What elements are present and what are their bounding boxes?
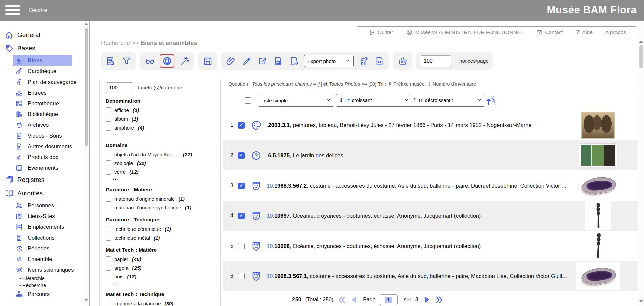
result-thumbnail-slipper[interactable] [576, 262, 620, 290]
facet-checkbox[interactable] [106, 301, 111, 306]
facet-checkbox[interactable] [106, 235, 111, 241]
utility-link[interactable]: ?Aide [576, 28, 593, 36]
result-row-thumbnail[interactable] [573, 201, 623, 230]
basket-icon[interactable] [397, 55, 408, 67]
sidebar-item-ev-nements[interactable]: Evènements [0, 162, 83, 173]
sidebar-item-vid-os-sons[interactable]: Vidéos - Sons [0, 130, 83, 141]
result-row-text[interactable]: .6.5.1975, Le jardin des délices [267, 152, 573, 159]
result-row-checkbox[interactable] [238, 213, 245, 219]
sidebar-item-autorit-s[interactable]: Autorités [0, 187, 83, 200]
filter-icon[interactable] [121, 55, 132, 67]
sidebar-item-hi-rarchie[interactable]: - Hiérarchie [0, 275, 83, 282]
result-thumbnail-triptych[interactable] [579, 144, 617, 167]
facet-more-link[interactable]: ... [106, 132, 214, 137]
sidebar-item-produits-doc[interactable]: Produits doc. [0, 152, 83, 162]
facet-checkbox[interactable] [106, 196, 111, 202]
result-row-text[interactable]: 10.1968.3.567.1, costume - accessoires d… [267, 273, 573, 279]
utility-link[interactable]: A propos [605, 29, 626, 35]
sidebar-item-ensemble[interactable]: Ensemble [0, 254, 83, 264]
previous-page-icon[interactable] [350, 295, 359, 304]
sort-numeric-icon[interactable]: 321 [484, 95, 496, 106]
facet-count-input[interactable] [106, 82, 133, 93]
facet-checkbox[interactable] [106, 274, 111, 279]
utility-link[interactable]: Musée v4 ADMINISTRATEUR FONCTIONNEL [406, 29, 523, 36]
result-row-checkbox[interactable] [238, 243, 245, 249]
sidebar-item-entr-es[interactable]: Entrées [0, 87, 83, 98]
facet-checkbox[interactable] [106, 152, 111, 157]
result-row-checkbox[interactable] [238, 273, 245, 279]
facet-checkbox[interactable] [106, 116, 111, 122]
sidebar-item-emplacements[interactable]: Emplacements [0, 221, 83, 232]
facet-checkbox[interactable] [106, 160, 111, 166]
result-row-text[interactable]: 10.1968.3.567.2, costume - accessoires d… [267, 183, 573, 189]
breadcrumb[interactable]: Recherche >> Biens et ensembles [101, 40, 197, 47]
facet-more-link[interactable]: ... [106, 281, 214, 286]
window-scrollbar[interactable] [638, 21, 644, 306]
export-photo-select[interactable]: Export photo [304, 55, 354, 67]
last-page-icon[interactable] [435, 295, 444, 304]
sidebar-scroll-down-icon[interactable] [84, 299, 88, 301]
external-link-icon[interactable] [257, 55, 268, 67]
facet-checkbox[interactable] [106, 226, 111, 232]
sidebar-item-plan-de-sauvegarde[interactable]: Plan de sauvegarde [0, 76, 83, 87]
result-row-checkbox[interactable] [238, 152, 245, 159]
result-row-thumbnail[interactable] [573, 172, 623, 199]
sidebar-item-recherche[interactable]: - Recherche [0, 282, 83, 289]
re-export-icon[interactable]: Re [358, 55, 369, 67]
window-scroll-up-icon[interactable] [639, 40, 643, 43]
result-row-text[interactable]: .2003.3.1, peintures, tableau, Benoit-Lé… [267, 122, 573, 129]
first-page-icon[interactable] [337, 295, 346, 304]
save-icon[interactable] [202, 55, 213, 67]
page-number-input[interactable]: 1 [380, 294, 398, 305]
sidebar-item-autres-documents[interactable]: Autres documents [0, 141, 83, 152]
sidebar-item-g-n-ral[interactable]: Général [0, 28, 83, 42]
result-row-thumbnail[interactable] [573, 112, 623, 139]
facet-checkbox[interactable] [106, 125, 111, 131]
pencil-icon[interactable] [241, 55, 252, 67]
magic-wand-icon[interactable] [179, 55, 190, 67]
sidebar-item-registres[interactable]: Registres [0, 173, 83, 187]
sidebar-item-caroth-que[interactable]: Carothèque [0, 66, 83, 76]
facet-checkbox[interactable] [106, 169, 111, 175]
sidebar-item-noms-scientifiques[interactable]: Noms scientifiques [0, 264, 83, 275]
facet-checkbox[interactable] [106, 265, 111, 271]
paperclip-icon[interactable] [225, 55, 236, 67]
window-scroll-thumb[interactable] [639, 45, 643, 68]
notices-per-page-input[interactable] [420, 55, 451, 67]
sidebar-item-parcours[interactable]: Parcours [0, 289, 83, 299]
result-row-text[interactable]: 10.10698, Océanie, croyances - coutumes,… [267, 243, 573, 249]
globe-icon[interactable] [161, 55, 173, 67]
hamburger-menu-icon[interactable] [5, 5, 20, 15]
sidebar-item-biblioth-que[interactable]: Bibliothèque [0, 109, 83, 119]
result-thumbnail-stilt[interactable] [585, 201, 611, 230]
sidebar-item-lieux-sites[interactable]: Lieux-Sites [0, 211, 83, 221]
facet-more-link[interactable]: ... [106, 176, 214, 182]
list-search-icon[interactable] [105, 55, 116, 67]
sidebar-scrollbar[interactable] [84, 21, 89, 306]
xml-document-icon[interactable] [374, 55, 385, 67]
window-scroll-down-icon[interactable] [639, 300, 643, 303]
facet-checkbox[interactable] [106, 205, 111, 210]
utility-link[interactable]: Contact [536, 29, 563, 36]
sidebar-item-p-riodes[interactable]: Périodes [0, 243, 83, 254]
sidebar-item-biens[interactable]: ♞Biens [13, 55, 72, 66]
document-export-icon[interactable] [288, 55, 300, 67]
sidebar-scroll-thumb[interactable] [85, 28, 88, 146]
result-row-checkbox[interactable] [238, 122, 245, 129]
result-row-thumbnail[interactable] [573, 232, 623, 260]
glasses-icon[interactable] [144, 55, 155, 67]
sidebar-scroll-up-icon[interactable] [84, 23, 88, 26]
facet-checkbox[interactable] [106, 256, 111, 262]
document-print-icon[interactable] [272, 55, 284, 67]
sidebar-item-bases[interactable]: Bases [0, 42, 83, 55]
display-mode-select[interactable]: Liste simple [258, 94, 334, 107]
result-row-thumbnail[interactable] [573, 144, 623, 167]
result-thumbnail-slipper[interactable] [576, 172, 620, 199]
sort-descending-select[interactable]: ⇑ Tri décroissant : [409, 94, 485, 107]
utility-link[interactable]: Quitter [369, 29, 393, 36]
result-thumbnail-stilt[interactable] [588, 232, 608, 260]
sidebar-item-phototh-que[interactable]: Photothèque [0, 98, 83, 109]
facet-checkbox[interactable] [106, 107, 111, 113]
result-row-text[interactable]: 10.10697, Océanie, croyances - coutumes,… [267, 213, 573, 219]
sidebar-item-personnes[interactable]: Personnes [0, 200, 83, 211]
